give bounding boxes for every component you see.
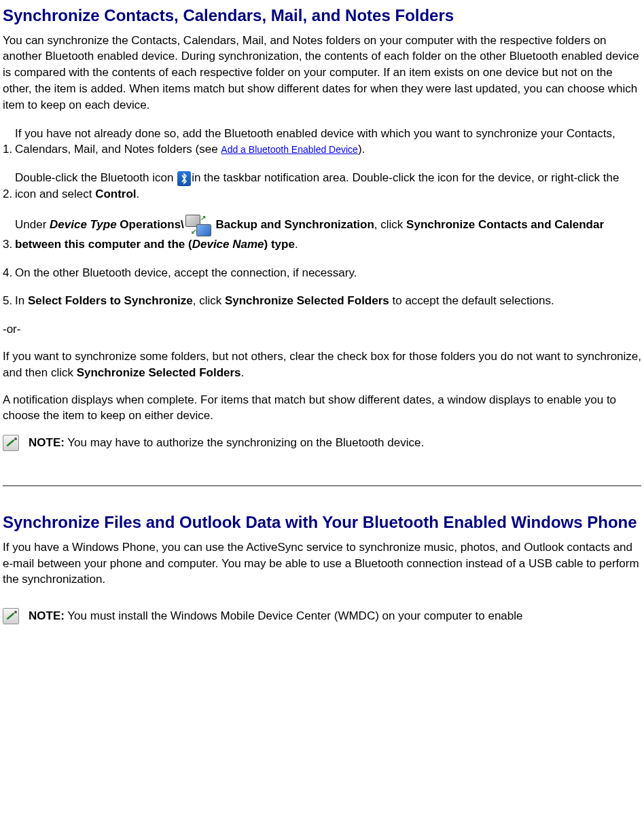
- text: , click: [374, 218, 406, 231]
- text-bold: ) type: [264, 238, 295, 251]
- text-bold: Control: [95, 187, 136, 200]
- note-text: NOTE: You must install the Windows Mobil…: [29, 608, 523, 624]
- text: You may have to authorize the synchroniz…: [65, 436, 424, 449]
- note-icon: [3, 435, 19, 451]
- step-4: 4. On the other Bluetooth device, accept…: [3, 265, 641, 281]
- step-number: 1.: [3, 141, 12, 158]
- text: You must install the Windows Mobile Devi…: [65, 609, 523, 622]
- text-bolditalic: Device Type: [50, 218, 117, 231]
- step-text: In Select Folders to Synchronize, click …: [15, 293, 641, 309]
- section-title-sync-folders: Synchronize Contacts, Calendars, Mail, a…: [3, 4, 641, 27]
- text-bold: Select Folders to Synchronize: [28, 294, 193, 307]
- step-text: Double-click the Bluetooth icon in the t…: [15, 170, 641, 202]
- note-text: NOTE: You may have to authorize the sync…: [29, 435, 424, 451]
- backup-sync-icon: ↙↗: [185, 215, 211, 236]
- step-text: Under Device Type Operations\↙↗ Backup a…: [15, 215, 641, 253]
- text-bold: Operations\: [117, 218, 184, 231]
- text: In: [15, 294, 28, 307]
- text-bold: Synchronize Selected Folders: [77, 366, 241, 379]
- text: .: [137, 187, 140, 200]
- text-bolditalic: Device Name: [192, 238, 264, 251]
- step-text: If you have not already done so, add the…: [15, 126, 641, 158]
- text: .: [241, 366, 245, 379]
- text: Double-click the Bluetooth icon: [15, 171, 177, 184]
- link-add-bluetooth-device[interactable]: Add a Bluetooth Enabled Device: [221, 144, 358, 155]
- text-bold: Backup and Synchronization: [213, 218, 374, 231]
- note-icon: [3, 608, 19, 624]
- bluetooth-icon: [177, 171, 191, 186]
- step-number: 2.: [3, 186, 12, 202]
- step-5: 5. In Select Folders to Synchronize, cli…: [3, 293, 641, 309]
- intro-paragraph: If you have a Windows Phone, you can use…: [3, 539, 641, 588]
- text-bold: Synchronize Selected Folders: [225, 294, 389, 307]
- text: Under: [15, 218, 50, 231]
- or-text: -or-: [3, 321, 641, 338]
- step-3: 3. Under Device Type Operations\↙↗ Backu…: [3, 215, 641, 253]
- note-label: NOTE:: [29, 609, 65, 622]
- result-paragraph: A notification displays when complete. F…: [3, 392, 641, 425]
- section-divider: [3, 485, 641, 486]
- note-block: NOTE: You may have to authorize the sync…: [3, 435, 641, 451]
- text: , click: [193, 294, 225, 307]
- text: to accept the default selections.: [389, 294, 554, 307]
- text: .: [295, 238, 298, 251]
- step-1: 1. If you have not already done so, add …: [3, 126, 641, 158]
- note-label: NOTE:: [29, 436, 65, 449]
- step-2: 2. Double-click the Bluetooth icon in th…: [3, 170, 641, 202]
- section-title-sync-phone: Synchronize Files and Outlook Data with …: [3, 511, 641, 534]
- alt-paragraph: If you want to synchronize some folders,…: [3, 349, 641, 381]
- step-number: 5.: [3, 293, 12, 309]
- intro-paragraph: You can synchronize the Contacts, Calend…: [3, 33, 641, 113]
- step-number: 3.: [3, 236, 12, 253]
- text: ).: [358, 143, 365, 156]
- step-text: On the other Bluetooth device, accept th…: [15, 265, 641, 281]
- step-number: 4.: [3, 265, 12, 281]
- note-block: NOTE: You must install the Windows Mobil…: [3, 608, 641, 624]
